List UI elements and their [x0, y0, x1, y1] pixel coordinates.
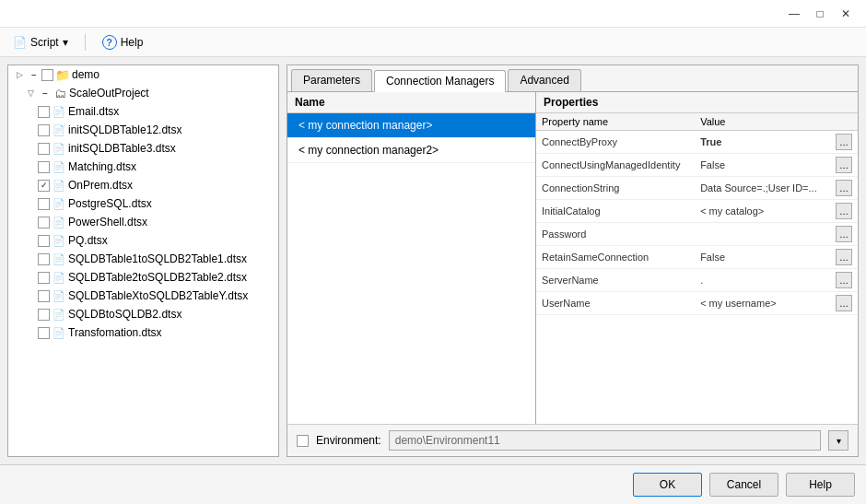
tree-root[interactable]: ▷ − 📁 demo [8, 65, 278, 84]
help-button[interactable]: Help [786, 473, 855, 497]
tab-bar: Parameters Connection Managers Advanced [287, 65, 858, 92]
tree-item-pq[interactable]: 📄 PQ.dtsx [8, 231, 278, 250]
cancel-button[interactable]: Cancel [709, 473, 778, 497]
postgresql-icon: 📄 [52, 196, 66, 211]
maximize-button[interactable]: □ [807, 4, 833, 24]
prop-btn-username[interactable]: … [836, 295, 852, 311]
tree-item-sqldbtosqldb2[interactable]: 📄 SQLDBtoSQLDB2.dtsx [8, 305, 278, 323]
tree-scaleout[interactable]: ▽ − 🗂 ScaleOutProject [8, 84, 278, 102]
onprem-checkbox[interactable]: ✓ [38, 180, 50, 192]
title-bar: — □ ✕ [0, 0, 866, 28]
help-menu-label: Help [121, 36, 144, 49]
tab-parameters[interactable]: Parameters [291, 69, 372, 91]
email-checkbox[interactable] [38, 106, 50, 118]
conn-list-items: < my connection manager> < my connection… [287, 113, 535, 424]
prop-btn-connectbyproxy[interactable]: … [836, 134, 852, 150]
tree-item-sqldbtable1[interactable]: 📄 SQLDBTable1toSQLDB2Table1.dtsx [8, 250, 278, 268]
prop-btn-initialcatalog[interactable]: … [836, 203, 852, 219]
prop-name-retainsameconnection: RetainSameConnection [536, 246, 695, 269]
help-icon: ? [102, 35, 117, 50]
initsqldb12-checkbox[interactable] [38, 124, 50, 136]
tree-item-sqldbtable2[interactable]: 📄 SQLDBTable2toSQLDB2Table2.dtsx [8, 268, 278, 287]
footer: OK Cancel Help [0, 464, 866, 504]
email-icon: 📄 [52, 104, 66, 119]
tree-item-matching[interactable]: 📄 Matching.dtsx [8, 158, 278, 176]
sqldbtable2-checkbox[interactable] [38, 272, 50, 284]
tree-item-sqldbtablex[interactable]: 📄 SQLDBTableXtoSQLDB2TableY.dtsx [8, 287, 278, 305]
prop-name-servername: ServerName [536, 269, 695, 292]
minimize-button[interactable]: — [781, 4, 807, 24]
powershell-icon: 📄 [52, 215, 66, 229]
prop-row-initialcatalog: InitialCatalog < my catalog> … [536, 200, 858, 223]
help-menu[interactable]: ? Help [97, 31, 149, 53]
root-minus-icon: − [27, 67, 41, 82]
prop-row-servername: ServerName . … [536, 269, 858, 292]
sqldbtable2-icon: 📄 [52, 270, 66, 285]
prop-btn-connectusingmanagedidentity[interactable]: … [836, 157, 852, 173]
tree-item-onprem[interactable]: ✓ 📄 OnPrem.dtsx [8, 176, 278, 194]
right-panel: Parameters Connection Managers Advanced … [287, 64, 859, 457]
postgresql-checkbox[interactable] [38, 198, 50, 210]
environment-dropdown[interactable]: ▾ [828, 430, 848, 451]
prop-btn-connectionstring[interactable]: … [836, 180, 852, 196]
tab-connection-managers[interactable]: Connection Managers [374, 70, 506, 92]
sqldbtosqldb2-label: SQLDBtoSQLDB2.dtsx [68, 308, 181, 321]
transformation-checkbox[interactable] [38, 327, 50, 339]
root-folder-icon: 📁 [55, 67, 70, 82]
prop-name-username: UserName [536, 292, 695, 315]
prop-value-connectionstring: Data Source=.;User ID=... [695, 177, 830, 200]
script-icon: 📄 [13, 36, 27, 49]
tree-item-initsqldb3[interactable]: 📄 initSQLDBTable3.dtsx [8, 139, 278, 158]
prop-value-retainsameconnection: False [695, 246, 830, 269]
tree-item-initsqldb12[interactable]: 📄 initSQLDBTable12.dtsx [8, 121, 278, 139]
prop-name-initialcatalog: InitialCatalog [536, 200, 695, 223]
sqldbtable1-label: SQLDBTable1toSQLDB2Table1.dtsx [68, 252, 247, 265]
prop-col-name: Property name [536, 113, 695, 131]
properties-table: Property name Value ConnectByProxy True … [536, 113, 858, 424]
menu-bar: 📄 Script ▾ ? Help [0, 28, 866, 57]
environment-label: Environment: [316, 434, 381, 447]
matching-checkbox[interactable] [38, 161, 50, 173]
prop-col-action [830, 113, 858, 131]
conn-item-2[interactable]: < my connection manager2> [287, 138, 535, 163]
ok-button[interactable]: OK [633, 473, 702, 497]
prop-name-password: Password [536, 223, 695, 246]
environment-checkbox[interactable] [297, 435, 309, 447]
powershell-label: PowerShell.dtsx [68, 216, 147, 229]
email-label: Email.dtsx [68, 105, 119, 118]
sqldbtosqldb2-checkbox[interactable] [38, 309, 50, 321]
prop-row-connectbyproxy: ConnectByProxy True … [536, 131, 858, 154]
close-button[interactable]: ✕ [833, 4, 859, 24]
tree-item-postgresql[interactable]: 📄 PostgreSQL.dtsx [8, 194, 278, 213]
main-content: ▷ − 📁 demo ▽ − 🗂 ScaleOutProject 📄 Email… [0, 57, 866, 464]
tree-item-powershell[interactable]: 📄 PowerShell.dtsx [8, 213, 278, 231]
onprem-label: OnPrem.dtsx [68, 179, 133, 192]
prop-row-retainsameconnection: RetainSameConnection False … [536, 246, 858, 269]
tree-item-transformation[interactable]: 📄 Transfomation.dtsx [8, 323, 278, 342]
initsqldb12-label: initSQLDBTable12.dtsx [68, 123, 181, 136]
prop-col-value: Value [695, 113, 830, 131]
root-checkbox[interactable] [41, 69, 53, 81]
initsqldb3-checkbox[interactable] [38, 143, 50, 155]
script-menu[interactable]: 📄 Script ▾ [7, 32, 74, 53]
sqldbtable2-label: SQLDBTable2toSQLDB2Table2.dtsx [68, 271, 247, 284]
sqldbtablex-checkbox[interactable] [38, 290, 50, 302]
prop-value-username: < my username> [695, 292, 830, 315]
tree-item-email[interactable]: 📄 Email.dtsx [8, 102, 278, 121]
powershell-checkbox[interactable] [38, 217, 50, 229]
prop-btn-servername[interactable]: … [836, 272, 852, 288]
initsqldb3-icon: 📄 [52, 141, 66, 156]
prop-name-connectusingmanagedidentity: ConnectUsingManagedIdentity [536, 154, 695, 177]
script-dropdown-icon: ▾ [63, 36, 68, 49]
properties-panel: Properties Property name Value [536, 92, 858, 424]
prop-btn-password[interactable]: … [836, 226, 852, 242]
initsqldb12-icon: 📄 [52, 123, 66, 137]
sqldbtable1-checkbox[interactable] [38, 253, 50, 265]
menu-separator [85, 34, 86, 51]
pq-checkbox[interactable] [38, 235, 50, 247]
conn-item-1[interactable]: < my connection manager> [287, 113, 535, 138]
scaleout-label: ScaleOutProject [69, 87, 149, 100]
prop-btn-retainsameconnection[interactable]: … [836, 249, 852, 265]
environment-input[interactable] [389, 430, 821, 451]
tab-advanced[interactable]: Advanced [508, 69, 580, 91]
